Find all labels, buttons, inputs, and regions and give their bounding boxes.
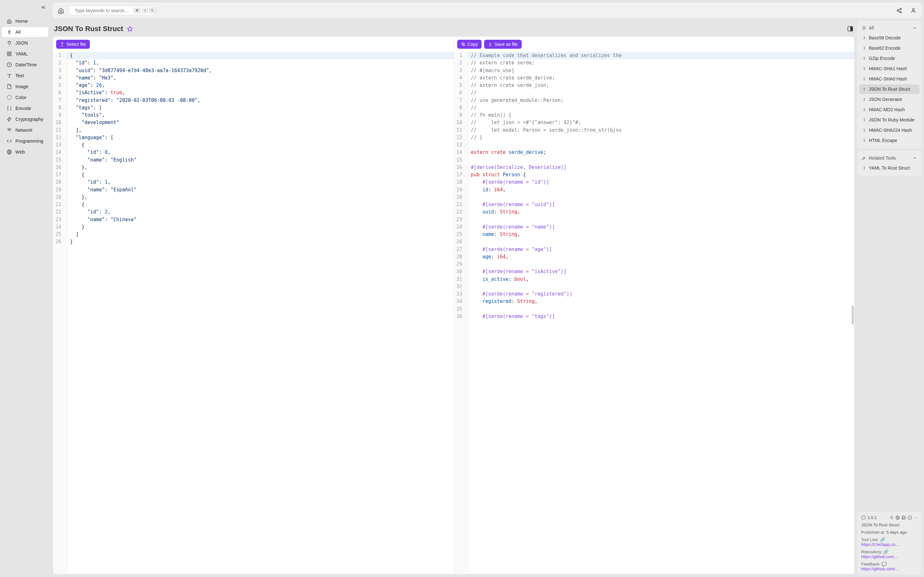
pin-icon (863, 97, 866, 101)
sidebar-item-web[interactable]: Web (2, 147, 48, 157)
tool-item[interactable]: HTML Escape (859, 135, 919, 145)
tool-item-label: YAML To Rust Struct (869, 165, 910, 171)
home-button[interactable] (58, 7, 64, 14)
tool-item[interactable]: JSON To Ruby Module (859, 115, 919, 125)
related-tools-header[interactable]: Related Tools (859, 153, 920, 163)
sidebar-item-home[interactable]: Home (2, 16, 48, 26)
sidebar-item-label: JSON (15, 40, 28, 45)
sidebar-item-label: Home (15, 19, 28, 24)
topbar: ⌘+K (53, 3, 921, 18)
svg-point-10 (900, 11, 901, 13)
info-repository[interactable]: Repository: 🔗 https://github.com… (861, 550, 918, 559)
sidebar-item-cryptography[interactable]: Cryptography (2, 114, 48, 124)
sidebar-item-label: Network (15, 127, 32, 133)
upload-icon (60, 42, 65, 47)
info-published: Published at: 5 days ago (861, 530, 918, 535)
sidebar-item-label: Programming (15, 139, 43, 143)
sidebar-item-text[interactable]: Text (2, 71, 48, 81)
user-button[interactable] (911, 8, 916, 13)
globe-icon (6, 149, 12, 155)
favorite-button[interactable] (127, 26, 133, 32)
tool-item-label: GZip Encode (869, 56, 895, 61)
sidebar-item-json[interactable]: JSON (2, 38, 48, 48)
sidebar-item-programming[interactable]: Programming (2, 136, 48, 146)
select-file-button[interactable]: Select file (56, 40, 90, 49)
scrollbar[interactable] (852, 306, 854, 325)
tools-filter-dropdown[interactable]: All (859, 23, 920, 33)
tool-item[interactable]: JSON To Rust Struct (859, 84, 919, 94)
plug-icon[interactable] (889, 516, 894, 520)
github-icon[interactable] (901, 516, 906, 520)
sidebar-item-label: Encode (15, 106, 31, 111)
save-as-file-button[interactable]: Save as file (484, 40, 521, 49)
tool-item[interactable]: Base62 Encode (859, 43, 919, 53)
svg-point-8 (900, 8, 901, 10)
home-icon (6, 19, 12, 24)
svg-point-18 (908, 516, 912, 520)
info-tool-link[interactable]: Tool Link: 🔗 https://t.he3app.co… (861, 537, 918, 547)
plug-icon (6, 40, 12, 45)
tool-item-label: JSON To Ruby Module (869, 117, 914, 122)
check-circle-icon[interactable] (908, 516, 912, 520)
panel-toggle-button[interactable] (847, 26, 853, 32)
svg-rect-3 (10, 54, 11, 56)
clock-icon (6, 62, 12, 67)
sidebar-item-date-time[interactable]: Date/Time (2, 60, 48, 70)
tool-item[interactable]: YAML To Rust Struct (859, 163, 919, 173)
tool-item-label: JSON To Rust Struct (869, 87, 910, 92)
sidebar-item-color[interactable]: Color (2, 92, 48, 103)
version-label: 1.0.1 (867, 515, 877, 520)
page-title: JSON To Rust Struct (54, 25, 123, 33)
text-icon (6, 73, 12, 78)
file-icon (6, 84, 12, 89)
pin-icon (863, 56, 866, 60)
globe-icon[interactable] (895, 516, 900, 520)
info-panel: 1.0.1 JSON To Rust Struct Published at: … (857, 512, 921, 574)
tool-item[interactable]: Base58 Decode (859, 33, 919, 43)
output-code-area[interactable]: 1 2 3 4 5 6 7 8 9 10 11 12 13 14 15 16 1… (454, 52, 855, 574)
circle-dash-icon (6, 95, 12, 100)
tool-item[interactable]: HMAC-SHA1 Hash (859, 64, 919, 73)
info-icon (861, 516, 866, 520)
sidebar-item-label: Web (15, 149, 25, 155)
page-header: JSON To Rust Struct (53, 21, 855, 36)
sidebar-item-network[interactable]: Network (2, 125, 48, 135)
wrench-icon (862, 156, 866, 160)
sidebar-item-encode[interactable]: Encode (2, 103, 48, 113)
code-icon (6, 139, 12, 143)
chevron-down-icon (913, 26, 917, 30)
chevron-down-icon (913, 156, 917, 160)
tool-item-label: HMAC-SHA224 Hash (869, 127, 912, 133)
share-button[interactable] (897, 8, 902, 13)
svg-rect-2 (7, 54, 9, 56)
search-input[interactable] (75, 8, 131, 13)
pin-icon (862, 26, 866, 30)
sidebar-item-all[interactable]: All (2, 27, 48, 37)
sidebar-item-yaml[interactable]: YAML (2, 49, 48, 59)
brackets-icon (6, 106, 12, 111)
copy-button[interactable]: Copy (457, 40, 482, 49)
pin-icon (863, 166, 866, 170)
info-feedback[interactable]: Feedback: 💬 https://github.com/… (861, 562, 918, 571)
sidebar-item-label: All (15, 29, 21, 35)
info-title: JSON To Rust Struct (861, 522, 918, 527)
pin-icon (863, 139, 866, 142)
sidebar-item-image[interactable]: Image (2, 81, 48, 92)
tool-item[interactable]: JSON Generator (859, 95, 919, 104)
wifi-icon (6, 127, 12, 133)
download-icon (488, 42, 493, 47)
sidebar: HomeAllJSONYAMLDate/TimeTextImageColorEn… (0, 0, 50, 577)
tool-item[interactable]: HMAC-SHA224 Hash (859, 125, 919, 135)
collapse-sidebar-button[interactable] (40, 5, 46, 10)
chevron-down-icon[interactable] (914, 516, 918, 520)
pin-icon (863, 128, 866, 132)
tool-item[interactable]: HMAC-SHA0 Hash (859, 74, 919, 84)
info-icons (889, 516, 918, 520)
input-code-area[interactable]: 1⌄2 3 4 5 6 7 8⌄9 10 11 12⌄13⌄14 15 16 1… (53, 52, 454, 574)
svg-rect-13 (851, 27, 853, 31)
tool-item[interactable]: GZip Encode (859, 53, 919, 63)
svg-rect-0 (7, 52, 9, 53)
tool-item[interactable]: HMAC-MD2 Hash (859, 105, 919, 114)
sidebar-item-label: Date/Time (15, 62, 37, 67)
search-box[interactable]: ⌘+K (69, 6, 155, 15)
